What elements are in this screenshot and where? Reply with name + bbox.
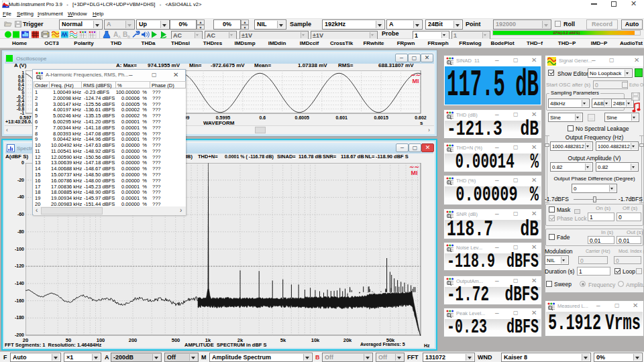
svg-text:B: B bbox=[127, 35, 130, 39]
svg-text:A: A bbox=[118, 35, 121, 39]
